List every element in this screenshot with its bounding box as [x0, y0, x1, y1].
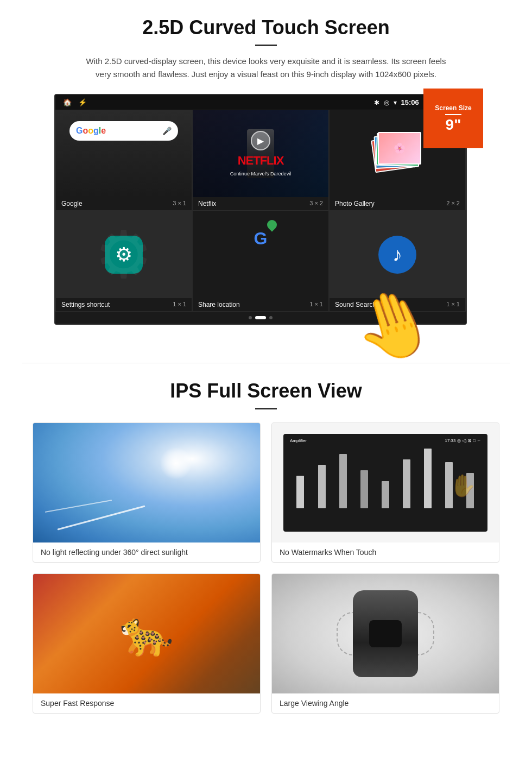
usb-icon: ⚡ [78, 98, 87, 106]
feature-caption-sunlight: No light reflecting under 360° direct su… [33, 542, 260, 562]
music-note-icon: ♪ [392, 243, 402, 266]
app-cell-netflix[interactable]: ▶ NETFLIX Continue Marvel's Daredevil Ne… [192, 110, 329, 211]
netflix-label-bar: Netflix 3 × 2 [193, 197, 328, 210]
google-app-size: 3 × 1 [173, 200, 186, 207]
section2-divider [255, 408, 277, 409]
scroll-dot-2 [255, 316, 266, 319]
feature-card-angle: Large Viewing Angle [271, 573, 499, 714]
app-cell-settings[interactable]: ⚙ ⚙ Settings shortcut 1 × 1 [55, 211, 192, 312]
google-label-bar: Google 3 × 1 [56, 197, 192, 210]
section2-title: IPS Full Screen View [33, 380, 499, 402]
settings-widget: ⚙ ⚙ [56, 211, 192, 298]
feature-caption-angle: Large Viewing Angle [272, 693, 499, 713]
status-left-icons: 🏠 ⚡ [63, 98, 87, 106]
sound-icon-circle: ♪ [378, 236, 416, 274]
section1-title: 2.5D Curved Touch Screen [33, 16, 499, 39]
feature-card-sunlight: No light reflecting under 360° direct su… [33, 422, 261, 563]
car-arc-left [337, 612, 353, 655]
photo-stack: 🌸 [370, 132, 425, 175]
cheetah-icon: 🐆 [119, 608, 174, 659]
scroll-dot-1 [249, 316, 252, 319]
eq-bar-6 [403, 459, 410, 508]
eq-amp-label: Amplifier [290, 438, 307, 443]
settings-app-name: Settings shortcut [61, 301, 110, 308]
scroll-dots [55, 312, 466, 324]
car-top-view-container [353, 590, 418, 677]
gmaps-letter: G [254, 229, 268, 249]
car-arc-right [418, 612, 434, 655]
share-app-size: 1 × 1 [309, 301, 323, 308]
app-cell-share[interactable]: G Share location 1 × 1 [192, 211, 329, 312]
google-search-bar[interactable]: Google 🎤 [69, 121, 178, 141]
badge-size: 9" [446, 117, 461, 133]
wifi-icon: ▾ [394, 99, 397, 106]
google-logo: Google [76, 126, 106, 136]
status-bar: 🏠 ⚡ ✱ ◎ ▾ 15:06 ⊡ ◁) ⊠ □ [55, 95, 466, 110]
section-curved-screen: 2.5D Curved Touch Screen With 2.5D curve… [0, 0, 532, 336]
bg-gear-icon: ⚙ [94, 217, 153, 293]
sound-widget: ♪ [330, 211, 465, 298]
feature-img-equalizer: Amplifier 17:33 ◎ ◁) ⊠ □ ← ✋ [272, 423, 499, 542]
netflix-app-size: 3 × 2 [309, 200, 323, 207]
share-app-name: Share location [198, 301, 240, 308]
netflix-subtitle: Continue Marvel's Daredevil [230, 171, 291, 176]
google-widget: Google 🎤 [56, 110, 192, 197]
netflix-app-name: Netflix [198, 200, 216, 207]
app-cell-google[interactable]: Google 🎤 Google 3 × 1 [55, 110, 192, 211]
feature-img-cheetah: 🐆 [33, 574, 260, 693]
netflix-logo: NETFLIX [238, 154, 284, 168]
eq-bar-3 [339, 454, 347, 508]
feature-caption-watermark: No Watermarks When Touch [272, 542, 499, 562]
eq-bar-1 [296, 476, 304, 508]
screen-mockup-wrapper: Screen Size 9" 🏠 ⚡ ✱ ◎ ▾ 15:06 ⊡ ◁) ⊠ [54, 94, 478, 325]
feature-caption-speed: Super Fast Response [33, 693, 260, 713]
feature-img-car [272, 574, 499, 693]
eq-bar-5 [382, 481, 389, 508]
feature-img-sunlight [33, 423, 260, 542]
scroll-dot-3 [269, 316, 273, 319]
mic-icon[interactable]: 🎤 [162, 127, 172, 135]
home-icon[interactable]: 🏠 [63, 98, 72, 106]
feature-card-speed: 🐆 Super Fast Response [33, 573, 261, 714]
google-app-name: Google [61, 200, 83, 207]
photo-card-4: 🌸 [378, 132, 421, 165]
car-top-view [353, 590, 418, 677]
netflix-overlay: ▶ NETFLIX Continue Marvel's Daredevil [193, 110, 328, 197]
gallery-app-name: Photo Gallery [335, 200, 375, 207]
settings-label-bar: Settings shortcut 1 × 1 [56, 298, 192, 311]
eq-time-label: 17:33 ◎ ◁) ⊠ □ ← [445, 438, 481, 443]
location-icon: ◎ [384, 99, 389, 106]
eq-bar-2 [318, 465, 326, 508]
feature-grid: No light reflecting under 360° direct su… [33, 422, 499, 714]
gallery-label-bar: Photo Gallery 2 × 2 [330, 197, 465, 210]
sound-app-size: 1 × 1 [446, 301, 460, 308]
car-roof-window [369, 620, 402, 647]
share-label-bar: Share location 1 × 1 [193, 298, 328, 311]
status-time: 15:06 [401, 98, 419, 106]
badge-divider [445, 114, 461, 115]
section1-description: With 2.5D curved-display screen, this de… [81, 55, 451, 81]
share-widget: G [193, 211, 328, 298]
sound-label-bar: Sound Search 1 × 1 [330, 298, 465, 311]
android-screen: 🏠 ⚡ ✱ ◎ ▾ 15:06 ⊡ ◁) ⊠ □ [54, 94, 467, 325]
gallery-app-size: 2 × 2 [446, 200, 460, 207]
badge-title: Screen Size [435, 104, 471, 112]
app-grid: Google 🎤 Google 3 × 1 [55, 110, 466, 312]
sound-app-name: Sound Search [335, 301, 376, 308]
eq-header: Amplifier 17:33 ◎ ◁) ⊠ □ ← [288, 438, 483, 443]
eq-bar-4 [360, 470, 368, 508]
app-cell-sound[interactable]: ♪ Sound Search 1 × 1 [329, 211, 466, 312]
eq-hand-icon: ✋ [449, 473, 477, 499]
gmaps-icon: G [244, 222, 277, 255]
section-ips-view: IPS Full Screen View No light reflecting… [0, 363, 532, 735]
eq-mockup: Amplifier 17:33 ◎ ◁) ⊠ □ ← ✋ [283, 434, 487, 532]
title-divider [255, 45, 277, 46]
play-button[interactable]: ▶ [251, 131, 270, 150]
gmaps-pin-icon [267, 220, 278, 233]
settings-app-size: 1 × 1 [173, 301, 186, 308]
bluetooth-icon: ✱ [374, 99, 379, 106]
eq-bar-7 [424, 449, 432, 508]
feature-card-watermark: Amplifier 17:33 ◎ ◁) ⊠ □ ← ✋ [271, 422, 499, 563]
screen-size-badge: Screen Size 9" [423, 89, 483, 148]
netflix-widget: ▶ NETFLIX Continue Marvel's Daredevil [193, 110, 328, 197]
